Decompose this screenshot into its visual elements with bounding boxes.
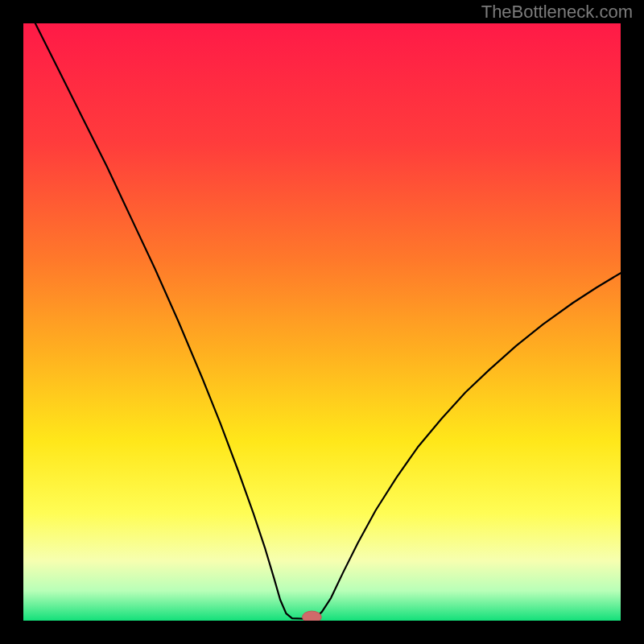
optimal-point-marker (303, 611, 322, 623)
chart-frame: { "watermark": "TheBottleneck.com", "col… (0, 0, 644, 644)
plot-background (23, 23, 621, 621)
watermark-text: TheBottleneck.com (481, 2, 633, 23)
bottleneck-chart (0, 0, 644, 644)
